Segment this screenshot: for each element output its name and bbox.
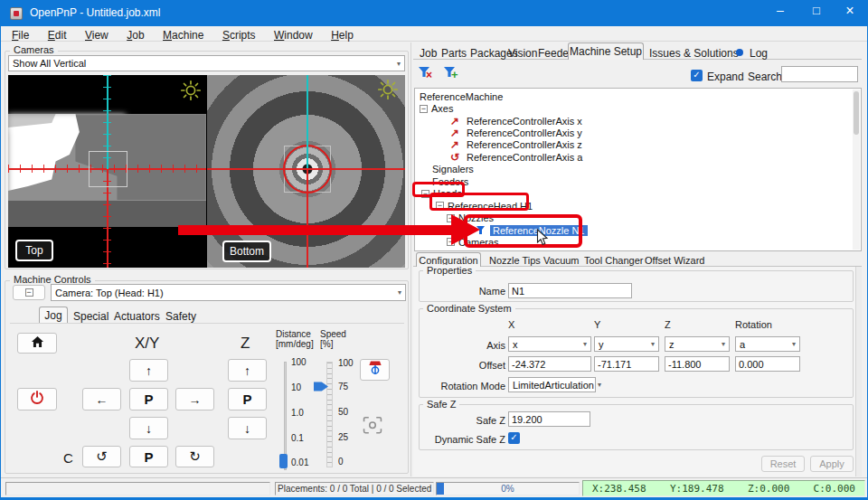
- tab-offset-wizard[interactable]: Offset Wizard: [645, 255, 704, 266]
- menu-item-edit[interactable]: Edit: [41, 28, 74, 42]
- maximize-button[interactable]: □: [801, 4, 832, 25]
- menu-item-machine[interactable]: Machine: [156, 28, 211, 42]
- filter-remove-button[interactable]: ×: [418, 65, 438, 83]
- tree-item-axis-y[interactable]: ↗ ReferenceControllerAxis y: [418, 127, 861, 138]
- distance-unit: [mm/deg]: [276, 339, 314, 349]
- park-xy-button[interactable]: P: [129, 388, 168, 410]
- chevron-down-icon: ▾: [722, 340, 725, 348]
- rotation-mode-select[interactable]: LimitedArticulation▾: [508, 377, 596, 392]
- jog-up-button[interactable]: ↑: [129, 359, 168, 382]
- search-input[interactable]: [781, 66, 858, 82]
- tab-parts[interactable]: Parts: [441, 47, 467, 60]
- distance-slider-handle[interactable]: [279, 454, 288, 468]
- panel-divider[interactable]: [410, 42, 411, 476]
- name-input[interactable]: [508, 283, 632, 298]
- tab-jog[interactable]: Jog: [39, 307, 68, 323]
- collapse-controls-button[interactable]: −: [13, 285, 45, 300]
- tab-nozzle-tips[interactable]: Nozzle Tips: [489, 255, 541, 266]
- close-button[interactable]: ×: [835, 3, 865, 24]
- apply-button[interactable]: Apply: [810, 456, 854, 472]
- collapse-expander-icon[interactable]: −: [421, 190, 429, 198]
- tree-item-cameras[interactable]: − Cameras: [418, 236, 861, 248]
- collapse-expander-icon[interactable]: −: [436, 202, 444, 210]
- jog-left-button[interactable]: ←: [82, 388, 121, 410]
- tree-scrollbar-thumb[interactable]: [854, 91, 859, 135]
- light-icon[interactable]: [377, 79, 399, 104]
- collapse-expander-icon[interactable]: −: [420, 105, 428, 113]
- axis-y-select[interactable]: y▾: [594, 336, 659, 352]
- park-c-button[interactable]: P: [129, 446, 168, 467]
- axis-x-select[interactable]: x▾: [508, 336, 591, 352]
- menu-item-file[interactable]: File: [5, 28, 36, 42]
- tree-item-axis-a[interactable]: ↺ ReferenceControllerAxis a: [418, 151, 861, 163]
- tab-log[interactable]: Log: [750, 47, 768, 60]
- reset-button[interactable]: Reset: [761, 456, 805, 472]
- tree-item-axis-x[interactable]: ↗ ReferenceControllerAxis x: [418, 115, 861, 127]
- tab-issues-solutions[interactable]: Issues & Solutions: [649, 47, 739, 60]
- tree-item-nozzles[interactable]: − Nozzles: [418, 212, 861, 223]
- tree-item-signalers[interactable]: Signalers: [418, 164, 861, 175]
- tree-item-axes[interactable]: − Axes: [418, 102, 861, 114]
- camera-view-top[interactable]: Top: [8, 75, 206, 268]
- menu-item-help[interactable]: Help: [324, 28, 361, 42]
- tab-special[interactable]: Special: [73, 310, 108, 323]
- rotate-ccw-button[interactable]: ↺: [82, 446, 121, 467]
- distance-tick: 100: [291, 357, 307, 367]
- jog-z-down-button[interactable]: ↓: [228, 417, 267, 439]
- safe-z-input[interactable]: [508, 411, 590, 427]
- tool-select[interactable]: Camera: Top (Head: H1) ▾: [51, 284, 406, 301]
- minimize-button[interactable]: –: [765, 3, 796, 24]
- speed-tick: 75: [338, 382, 348, 392]
- column-y: Y: [594, 319, 600, 330]
- offset-y-input[interactable]: [594, 356, 659, 372]
- park-nozzle-camera-button[interactable]: [360, 359, 390, 381]
- axis-rotation-select[interactable]: a▾: [735, 336, 800, 352]
- jog-down-button[interactable]: ↓: [129, 417, 168, 439]
- camera-view-bottom[interactable]: Bottom: [207, 75, 405, 268]
- offset-x-input[interactable]: [508, 356, 591, 372]
- tab-vision[interactable]: Vision: [508, 47, 537, 60]
- check-icon: ✓: [510, 432, 517, 442]
- dynamic-safe-z-checkbox[interactable]: ✓: [508, 432, 520, 444]
- tree-item-reference-head-h1[interactable]: − ReferenceHead H1: [418, 200, 861, 212]
- arrow-down-icon: ↓: [244, 421, 250, 436]
- jog-right-button[interactable]: →: [175, 388, 214, 410]
- power-button[interactable]: [17, 388, 57, 410]
- linear-axis-icon: ↗: [450, 117, 464, 126]
- expand-checkbox[interactable]: ✓: [691, 70, 703, 81]
- tab-machine-setup[interactable]: Machine Setup: [568, 42, 644, 60]
- tree-item-feeders[interactable]: Feeders: [418, 175, 861, 187]
- camera-view-mode-select[interactable]: Show All Vertical ▾: [8, 55, 405, 71]
- jog-z-up-button[interactable]: ↑: [228, 359, 267, 382]
- crosshair-h-line: [207, 168, 405, 170]
- menu-item-job[interactable]: Job: [119, 28, 151, 42]
- menu-item-scripts[interactable]: Scripts: [215, 28, 263, 42]
- park-z-button[interactable]: P: [228, 388, 267, 410]
- tab-actuators[interactable]: Actuators: [114, 310, 160, 323]
- tab-tool-changer[interactable]: Tool Changer: [584, 255, 643, 266]
- offset-z-input[interactable]: [665, 356, 730, 372]
- tree-item-axis-z[interactable]: ↗ ReferenceControllerAxis z: [418, 139, 861, 151]
- offset-rotation-input[interactable]: [735, 356, 800, 372]
- camera-capture-icon[interactable]: [362, 416, 383, 439]
- rotate-cw-button[interactable]: ↻: [175, 446, 214, 467]
- tree-scrollbar[interactable]: [853, 90, 860, 250]
- tab-safety[interactable]: Safety: [165, 310, 196, 323]
- filter-add-button[interactable]: +: [443, 65, 463, 83]
- tree-item-referencemachine[interactable]: ReferenceMachine: [418, 90, 861, 102]
- menu-item-window[interactable]: Window: [267, 28, 320, 42]
- axis-z-select[interactable]: z▾: [665, 336, 730, 352]
- tab-job[interactable]: Job: [420, 47, 437, 60]
- light-icon[interactable]: [180, 80, 202, 105]
- cameras-group-title: Cameras: [10, 44, 58, 55]
- tree-item-heads[interactable]: − Heads: [418, 188, 861, 200]
- reticle-square: [89, 151, 127, 187]
- speed-slider[interactable]: [326, 362, 333, 467]
- home-button[interactable]: [17, 333, 57, 354]
- speed-tick: 25: [338, 432, 348, 442]
- config-scrollbar[interactable]: [855, 267, 862, 476]
- tab-vacuum[interactable]: Vacuum: [543, 255, 580, 266]
- linear-axis-icon: ↗: [450, 128, 464, 137]
- tree-item-reference-nozzle-n1[interactable]: ReferenceNozzle N1: [418, 224, 861, 236]
- menu-item-view[interactable]: View: [78, 28, 116, 42]
